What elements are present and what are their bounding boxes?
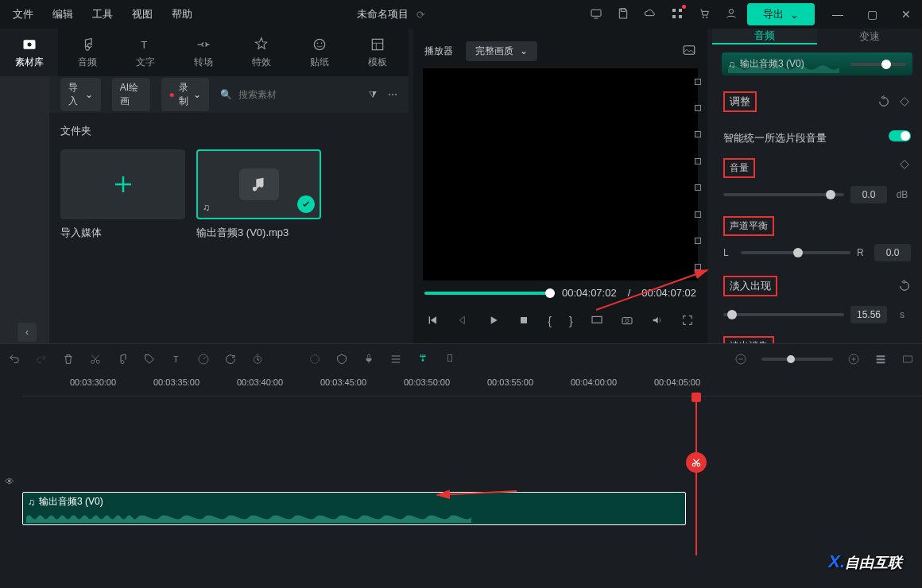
svg-rect-35 bbox=[447, 355, 451, 362]
menu-help[interactable]: 帮助 bbox=[172, 7, 192, 21]
menu-file[interactable]: 文件 bbox=[13, 7, 33, 21]
section-balance: 声道平衡 bbox=[723, 216, 774, 236]
volume-icon[interactable] bbox=[651, 314, 664, 329]
preview-panel: 播放器 完整画质⌄ 00:04:07:02 / 00:04:07:02 { } bbox=[413, 29, 707, 343]
ai-draw-button[interactable]: AI绘画 bbox=[112, 78, 150, 111]
zoom-in-icon[interactable] bbox=[847, 353, 860, 366]
rail-sticker[interactable]: 贴纸 bbox=[290, 29, 348, 76]
chip-slider[interactable] bbox=[850, 63, 906, 66]
cloud-icon[interactable] bbox=[644, 7, 657, 22]
track-view-icon[interactable] bbox=[874, 353, 887, 366]
mark-in-button[interactable]: { bbox=[548, 315, 552, 327]
cart-icon[interactable] bbox=[698, 7, 711, 22]
rail-template[interactable]: 模板 bbox=[348, 29, 406, 76]
rail-transition[interactable]: 转场 bbox=[174, 29, 232, 76]
speed-icon[interactable] bbox=[197, 353, 210, 366]
fullscreen-icon[interactable] bbox=[681, 314, 694, 329]
collapse-sidebar-button[interactable]: ‹ bbox=[17, 323, 37, 342]
svg-point-11 bbox=[27, 42, 31, 46]
svg-rect-0 bbox=[591, 10, 601, 16]
rotate-icon[interactable] bbox=[224, 353, 237, 366]
rail-media[interactable]: 素材库 bbox=[0, 29, 58, 76]
keyframe-icon[interactable] bbox=[898, 95, 911, 108]
minimize-button[interactable]: — bbox=[827, 6, 848, 22]
svg-rect-25 bbox=[622, 317, 632, 323]
import-button[interactable]: 导入⌄ bbox=[60, 78, 101, 111]
marker-icon[interactable] bbox=[444, 353, 456, 366]
device-icon[interactable] bbox=[590, 7, 602, 22]
maximize-button[interactable]: ▢ bbox=[862, 6, 882, 22]
smart-volume-toggle[interactable] bbox=[889, 130, 911, 141]
zoom-out-icon[interactable] bbox=[734, 353, 747, 366]
redo-icon[interactable] bbox=[35, 353, 48, 366]
filter-icon[interactable]: ⧩ bbox=[369, 89, 377, 100]
export-button[interactable]: 导出 ⌄ bbox=[747, 3, 815, 25]
more-icon[interactable]: ⋯ bbox=[388, 89, 397, 100]
color-icon[interactable] bbox=[308, 353, 321, 366]
close-button[interactable]: ✕ bbox=[897, 6, 916, 22]
tab-speed[interactable]: 变速 bbox=[817, 29, 922, 44]
volume-slider[interactable] bbox=[723, 193, 844, 196]
tab-audio[interactable]: 音频 bbox=[712, 29, 817, 44]
progress-bar[interactable] bbox=[424, 292, 551, 295]
mask-icon[interactable] bbox=[335, 353, 348, 366]
magnet-icon[interactable] bbox=[416, 353, 429, 366]
fadein-value[interactable]: 15.56 bbox=[850, 306, 887, 323]
save-icon[interactable] bbox=[617, 7, 630, 22]
music-tool-icon[interactable] bbox=[116, 353, 129, 366]
timer-icon[interactable] bbox=[251, 353, 264, 366]
resize-handles[interactable] bbox=[695, 68, 701, 280]
fadein-slider[interactable] bbox=[723, 313, 844, 316]
prev-frame-button[interactable] bbox=[427, 314, 440, 329]
mic-icon[interactable] bbox=[362, 353, 375, 366]
reset-icon[interactable] bbox=[877, 95, 890, 108]
menu-tool[interactable]: 工具 bbox=[92, 7, 113, 21]
svg-text:T: T bbox=[173, 354, 179, 364]
clip-chip[interactable]: ♫ 输出音频3 (V0) bbox=[722, 52, 912, 75]
user-icon[interactable] bbox=[725, 7, 738, 22]
play-button[interactable] bbox=[487, 314, 500, 329]
reset-icon[interactable] bbox=[898, 280, 911, 292]
menu-view[interactable]: 视图 bbox=[132, 7, 153, 21]
balance-value[interactable]: 0.0 bbox=[874, 244, 911, 261]
text-tool-icon[interactable]: T bbox=[170, 353, 183, 366]
timeline-audio-clip[interactable]: ♫输出音频3 (V0) bbox=[22, 492, 686, 525]
apps-icon[interactable] bbox=[671, 7, 684, 22]
timeline-ruler[interactable]: 00:03:30:00 00:03:35:00 00:03:40:00 00:0… bbox=[22, 374, 922, 397]
mark-out-button[interactable]: } bbox=[569, 315, 573, 327]
import-media-card[interactable]: 导入媒体 bbox=[60, 149, 185, 240]
svg-point-32 bbox=[311, 355, 320, 364]
rail-text[interactable]: T文字 bbox=[116, 29, 174, 76]
rail-audio[interactable]: 音频 bbox=[58, 29, 116, 76]
undo-icon[interactable] bbox=[8, 353, 21, 366]
volume-value[interactable]: 0.0 bbox=[850, 186, 887, 203]
list-icon[interactable] bbox=[389, 353, 402, 366]
title-bar: 文件 编辑 工具 视图 帮助 未命名项目 ⟳ 导出 ⌄ — ▢ ✕ bbox=[0, 0, 922, 29]
display-icon[interactable] bbox=[591, 314, 603, 329]
snapshot-icon[interactable] bbox=[682, 43, 696, 60]
cut-icon[interactable] bbox=[89, 353, 102, 366]
tag-icon[interactable] bbox=[143, 353, 156, 366]
sync-icon[interactable]: ⟳ bbox=[416, 9, 425, 21]
split-button[interactable] bbox=[686, 452, 707, 473]
balance-slider[interactable] bbox=[741, 251, 850, 254]
keyframe-icon[interactable] bbox=[898, 158, 911, 171]
track-visibility-icon[interactable]: 👁 bbox=[5, 476, 14, 487]
tracks-area[interactable]: 👁 ♫输出音频3 (V0) bbox=[22, 397, 922, 555]
record-button[interactable]: ●录制⌄ bbox=[161, 78, 209, 111]
zoom-slider[interactable] bbox=[761, 358, 833, 361]
stop-button[interactable] bbox=[517, 314, 530, 329]
search-input[interactable] bbox=[238, 89, 358, 100]
quality-select[interactable]: 完整画质⌄ bbox=[466, 41, 537, 61]
step-back-button[interactable] bbox=[457, 314, 470, 329]
fit-icon[interactable] bbox=[901, 353, 914, 366]
rail-effect[interactable]: 特效 bbox=[232, 29, 290, 76]
playhead[interactable] bbox=[695, 397, 697, 555]
menu-edit[interactable]: 编辑 bbox=[52, 7, 73, 21]
svg-text:T: T bbox=[141, 39, 147, 51]
delete-icon[interactable] bbox=[62, 353, 75, 366]
chevron-down-icon: ⌄ bbox=[193, 89, 201, 100]
media-clip-card[interactable]: ♫ 输出音频3 (V0).mp3 bbox=[196, 149, 321, 240]
camera-icon[interactable] bbox=[621, 314, 633, 329]
video-viewport[interactable] bbox=[423, 68, 698, 280]
